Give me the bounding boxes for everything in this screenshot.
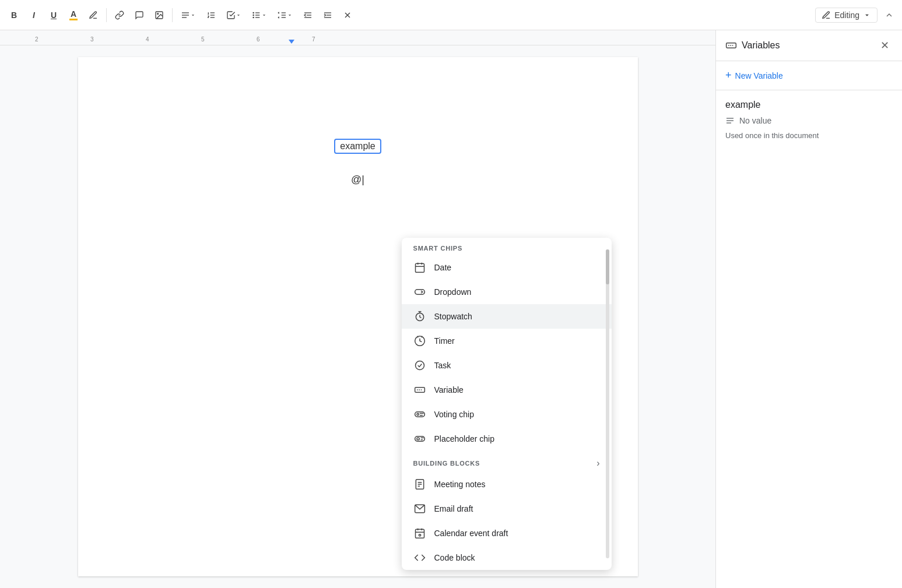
ruler-mark-2: 2	[35, 36, 38, 43]
dropdown-scrollbar[interactable]	[606, 249, 609, 558]
new-variable-button[interactable]: + New Variable	[716, 61, 902, 90]
dropdown-item-email-draft[interactable]: Email draft	[402, 497, 612, 521]
task-icon	[413, 359, 426, 372]
timer-label: Timer	[434, 336, 455, 346]
editing-chevron-icon	[863, 11, 871, 19]
highlight-button[interactable]	[84, 6, 103, 24]
dropdown-label: Dropdown	[434, 287, 472, 297]
svg-point-55	[419, 534, 420, 536]
ruler: 2 3 4 5 6 7	[0, 30, 715, 45]
meeting-notes-icon	[413, 478, 426, 491]
image-button[interactable]	[150, 6, 169, 24]
no-value-label: No value	[739, 116, 771, 125]
calendar-event-draft-label: Calendar event draft	[434, 529, 508, 538]
dropdown-item-task[interactable]: Task	[402, 353, 612, 378]
date-icon	[413, 261, 426, 274]
svg-rect-38	[415, 412, 424, 417]
editing-mode-button[interactable]: Editing	[815, 8, 878, 23]
date-label: Date	[434, 263, 452, 272]
svg-point-12	[253, 15, 254, 15]
dropdown-item-placeholder-chip[interactable]: Placeholder chip	[402, 427, 612, 451]
svg-rect-51	[415, 529, 424, 538]
dropdown-item-code-block[interactable]: Code block	[402, 545, 612, 570]
variable-label: Variable	[434, 385, 464, 395]
text-color-button[interactable]: A	[64, 6, 83, 24]
at-cursor-text: @|	[351, 174, 364, 186]
variables-panel: Variables ✕ + New Variable example No va…	[715, 30, 902, 588]
email-draft-label: Email draft	[434, 504, 473, 513]
placeholder-chip-icon	[413, 432, 426, 445]
underline-button[interactable]: U	[44, 6, 63, 24]
dropdown-item-meeting-notes[interactable]: Meeting notes	[402, 472, 612, 497]
voting-chip-label: Voting chip	[434, 410, 475, 419]
doc-scroll[interactable]: example @| SMART CHIPS Date	[0, 45, 715, 588]
building-blocks-section-row: BUILDING BLOCKS ›	[402, 451, 612, 472]
variable-usage: Used once in this document	[725, 131, 893, 140]
dropdown-item-calendar-event-draft[interactable]: Calendar event draft	[402, 521, 612, 545]
editing-mode-label: Editing	[834, 10, 859, 20]
main-layout: 2 3 4 5 6 7 example @|	[0, 30, 902, 588]
panel-title-label: Variables	[742, 40, 780, 51]
bullet-list-button[interactable]	[247, 6, 272, 24]
indent-decrease-button[interactable]	[299, 6, 317, 24]
variables-panel-icon	[725, 40, 737, 51]
divider-1	[106, 8, 107, 22]
code-block-label: Code block	[434, 553, 475, 562]
italic-button[interactable]: I	[24, 6, 43, 24]
svg-point-35	[415, 361, 424, 370]
link-button[interactable]	[110, 6, 129, 24]
email-draft-icon	[413, 502, 426, 515]
dropdown-item-variable[interactable]: Variable	[402, 378, 612, 402]
ruler-mark-5: 5	[201, 36, 205, 43]
line-spacing-button[interactable]	[273, 6, 297, 24]
task-label: Task	[434, 361, 451, 370]
variable-icon	[413, 383, 426, 396]
indent-increase-button[interactable]	[318, 6, 337, 24]
align-button[interactable]	[176, 6, 201, 24]
svg-rect-42	[415, 436, 424, 441]
variable-chip[interactable]: example	[334, 139, 381, 154]
ruler-mark-4: 4	[146, 36, 149, 43]
placeholder-chip-label: Placeholder chip	[434, 434, 495, 443]
stopwatch-icon	[413, 310, 426, 323]
dropdown-item-stopwatch[interactable]: Stopwatch	[402, 304, 612, 329]
clear-format-button[interactable]	[338, 6, 357, 24]
smart-chips-section-header: SMART CHIPS	[402, 238, 612, 255]
smart-chips-dropdown: SMART CHIPS Date Dropdown	[402, 238, 612, 570]
code-block-icon	[413, 551, 426, 564]
timer-icon	[413, 335, 426, 347]
svg-point-39	[417, 413, 419, 415]
dropdown-scrollbar-thumb	[606, 249, 609, 284]
dropdown-item-voting-chip[interactable]: Voting chip	[402, 402, 612, 427]
plus-icon: +	[725, 69, 732, 82]
panel-title: Variables	[725, 40, 780, 51]
svg-point-13	[253, 17, 254, 17]
checklist-button[interactable]	[222, 6, 246, 24]
dropdown-item-date[interactable]: Date	[402, 255, 612, 280]
ruler-mark-6: 6	[257, 36, 260, 43]
svg-point-11	[253, 12, 254, 13]
no-value-icon	[725, 116, 735, 125]
meeting-notes-label: Meeting notes	[434, 480, 486, 489]
bold-button[interactable]: B	[5, 6, 23, 24]
dropdown-chip-icon	[413, 286, 426, 298]
divider-2	[172, 8, 173, 22]
collapse-button[interactable]	[881, 7, 897, 23]
svg-rect-43	[417, 438, 419, 439]
variable-section: example No value Used once in this docum…	[716, 90, 902, 149]
svg-point-1	[157, 13, 159, 14]
doc-area: 2 3 4 5 6 7 example @|	[0, 30, 715, 588]
voting-chip-icon	[413, 408, 426, 421]
comment-button[interactable]	[130, 6, 149, 24]
dropdown-item-dropdown[interactable]: Dropdown	[402, 280, 612, 304]
ruler-indicator	[289, 40, 294, 44]
variable-value: No value	[725, 116, 893, 125]
dropdown-item-timer[interactable]: Timer	[402, 329, 612, 353]
document-page: example @| SMART CHIPS Date	[78, 57, 638, 576]
numbered-list-button[interactable]	[202, 6, 220, 24]
stopwatch-label: Stopwatch	[434, 312, 472, 321]
ruler-mark-3: 3	[90, 36, 94, 43]
toolbar: B I U A	[0, 0, 902, 30]
calendar-event-draft-icon	[413, 527, 426, 540]
panel-close-button[interactable]: ✕	[876, 37, 893, 54]
